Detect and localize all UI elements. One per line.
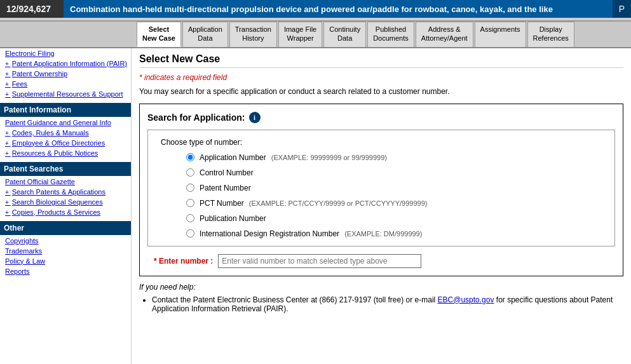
plus-icon-search-patents: + xyxy=(5,189,11,196)
radio-label-control-number: Control Number xyxy=(200,168,254,177)
case-title: Combination hand-held multi-directional … xyxy=(64,0,612,18)
main-layout: Electronic Filing+ Patent Application In… xyxy=(0,48,631,364)
radio-option-control-number[interactable]: Control Number xyxy=(186,168,602,177)
tab-transaction-history[interactable]: Transaction History xyxy=(229,22,277,47)
radio-label-application-number: Application Number xyxy=(200,153,266,162)
radio-example-pct-number: (EXAMPLE: PCT/CCYY/99999 or PCT/CCYYYY/9… xyxy=(249,199,428,207)
case-number: 12/924,627 xyxy=(0,0,64,18)
radio-option-publication-number[interactable]: Publication Number xyxy=(186,214,602,223)
sidebar-item-trademarks[interactable]: Trademarks xyxy=(0,246,131,256)
plus-icon-resources-notices: + xyxy=(5,150,11,157)
radio-label-pct-number: PCT Number xyxy=(200,199,244,208)
plus-icon-employee-directories: + xyxy=(5,140,11,147)
sidebar-item-label-patent-guidance: Patent Guidance and General Info xyxy=(5,119,111,126)
case-icon[interactable]: P xyxy=(612,0,631,18)
plus-icon-search-biological: + xyxy=(5,199,11,206)
radio-pct-number[interactable] xyxy=(186,199,194,207)
radio-option-patent-number[interactable]: Patent Number xyxy=(186,184,602,192)
help-link[interactable]: EBC@uspto.gov xyxy=(438,295,494,304)
help-section: If you need help: Contact the Patent Ele… xyxy=(139,283,623,313)
sidebar-item-copyrights[interactable]: Copyrights xyxy=(0,236,131,246)
radio-label-international-design: International Design Registration Number xyxy=(200,229,339,238)
enter-number-input[interactable] xyxy=(218,254,421,268)
sidebar-item-patent-ownership[interactable]: + Patent Ownership xyxy=(0,69,131,79)
radio-example-application-number: (EXAMPLE: 99999999 or 99/999999) xyxy=(271,154,387,161)
tab-address-attorney[interactable]: Address & Attorney/Agent xyxy=(416,22,473,47)
tab-bar-rendered: Select New CaseApplication DataTransacti… xyxy=(0,22,631,48)
radio-international-design[interactable] xyxy=(186,229,194,238)
sidebar-item-fees[interactable]: + Fees xyxy=(0,79,131,89)
radio-label-patent-number: Patent Number xyxy=(200,184,251,192)
radio-option-pct-number[interactable]: PCT Number(EXAMPLE: PCT/CCYY/99999 or PC… xyxy=(186,199,602,208)
sidebar-item-patent-gazette[interactable]: Patent Official Gazette xyxy=(0,177,131,187)
sidebar-item-reports[interactable]: Reports xyxy=(0,266,131,276)
sidebar-item-patent-application-info[interactable]: + Patent Application Information (PAIR) xyxy=(0,58,131,69)
plus-icon-codes-rules: + xyxy=(5,130,11,137)
tab-continuity-data[interactable]: Continuity Data xyxy=(323,22,366,47)
search-section: Search for Application: i Choose type of… xyxy=(139,104,623,276)
sidebar-item-label-copies-products: Copies, Products & Services xyxy=(12,208,100,216)
sidebar-item-label-copyrights: Copyrights xyxy=(5,237,39,245)
sidebar-item-employee-directories[interactable]: + Employee & Office Directories xyxy=(0,138,131,148)
sidebar-item-label-supplemental-resources: Supplemental Resources & Support xyxy=(12,90,123,98)
radio-publication-number[interactable] xyxy=(186,214,194,222)
sidebar-item-label-employee-directories: Employee & Office Directories xyxy=(12,139,105,147)
sidebar-item-search-biological[interactable]: + Search Biological Sequences xyxy=(0,197,131,207)
sidebar-item-label-search-biological: Search Biological Sequences xyxy=(12,198,103,206)
sidebar-item-label-codes-rules: Codes, Rules & Manuals xyxy=(12,129,89,137)
tab-assignments[interactable]: Assignments xyxy=(475,22,526,47)
radio-patent-number[interactable] xyxy=(186,184,194,192)
tab-display-references[interactable]: Display References xyxy=(527,22,574,47)
choose-type-label: Choose type of number: xyxy=(161,138,602,147)
page-title: Select New Case xyxy=(139,53,623,68)
tab-published-documents[interactable]: Published Documents xyxy=(367,22,414,47)
help-title: If you need help: xyxy=(139,283,623,292)
search-title-text: Search for Application: xyxy=(147,112,245,123)
required-note: * indicates a required field xyxy=(139,73,623,82)
content-area: Select New Case * indicates a required f… xyxy=(132,48,631,364)
sidebar-item-label-policy-law: Policy & Law xyxy=(5,257,45,265)
sidebar-item-label-patent-gazette: Patent Official Gazette xyxy=(5,178,75,185)
tab-application-data[interactable]: Application Data xyxy=(182,22,228,47)
sidebar-header-patent-searches: Patent Searches xyxy=(0,162,131,176)
plus-icon-copies-products: + xyxy=(5,209,11,216)
sidebar-item-label-resources-notices: Resources & Public Notices xyxy=(12,149,98,157)
help-list: Contact the Patent Electronic Business C… xyxy=(139,295,623,313)
sidebar-item-label-electronic-filing: Electronic Filing xyxy=(5,50,55,57)
sidebar-item-label-reports: Reports xyxy=(5,267,30,275)
radio-option-international-design[interactable]: International Design Registration Number… xyxy=(186,229,602,238)
radio-option-application-number[interactable]: Application Number(EXAMPLE: 99999999 or … xyxy=(186,153,602,162)
plus-icon-patent-application-info: + xyxy=(5,60,11,67)
sidebar-item-patent-guidance[interactable]: Patent Guidance and General Info xyxy=(0,118,131,128)
tab-image-file-wrapper[interactable]: Image File Wrapper xyxy=(278,22,322,47)
sidebar-item-search-patents[interactable]: + Search Patents & Applications xyxy=(0,187,131,197)
radio-group: Application Number(EXAMPLE: 99999999 or … xyxy=(161,153,602,238)
sidebar-item-label-patent-application-info: Patent Application Information (PAIR) xyxy=(12,60,127,67)
info-text: You may search for a specific applicatio… xyxy=(139,87,623,96)
sidebar-item-electronic-filing[interactable]: Electronic Filing xyxy=(0,48,131,58)
choose-type-box: Choose type of number: Application Numbe… xyxy=(147,130,615,246)
sidebar-item-label-search-patents: Search Patents & Applications xyxy=(12,188,105,196)
help-item: Contact the Patent Electronic Business C… xyxy=(152,295,623,313)
info-icon[interactable]: i xyxy=(249,112,261,123)
sidebar-item-codes-rules[interactable]: + Codes, Rules & Manuals xyxy=(0,128,131,138)
radio-label-publication-number: Publication Number xyxy=(200,214,266,223)
sidebar-header-other: Other xyxy=(0,221,131,235)
radio-control-number[interactable] xyxy=(186,168,194,177)
sidebar: Electronic Filing+ Patent Application In… xyxy=(0,48,132,364)
sidebar-item-copies-products[interactable]: + Copies, Products & Services xyxy=(0,207,131,217)
radio-application-number[interactable] xyxy=(186,153,194,161)
enter-number-row: * Enter number : xyxy=(147,254,615,268)
sidebar-item-supplemental-resources[interactable]: + Supplemental Resources & Support xyxy=(0,89,131,99)
tab-select-new-case[interactable]: Select New Case xyxy=(137,22,181,47)
sidebar-item-policy-law[interactable]: Policy & Law xyxy=(0,256,131,266)
sidebar-header-patent-information: Patent Information xyxy=(0,103,131,117)
top-bar: 12/924,627 Combination hand-held multi-d… xyxy=(0,0,631,18)
plus-icon-fees: + xyxy=(5,81,11,88)
sidebar-item-label-patent-ownership: Patent Ownership xyxy=(12,70,67,78)
radio-example-international-design: (EXAMPLE: DM/999999) xyxy=(344,230,422,238)
plus-icon-supplemental-resources: + xyxy=(5,91,11,98)
plus-icon-patent-ownership: + xyxy=(5,71,11,78)
sidebar-item-resources-notices[interactable]: + Resources & Public Notices xyxy=(0,148,131,158)
info-text-content: You may search for a specific applicatio… xyxy=(139,87,449,96)
